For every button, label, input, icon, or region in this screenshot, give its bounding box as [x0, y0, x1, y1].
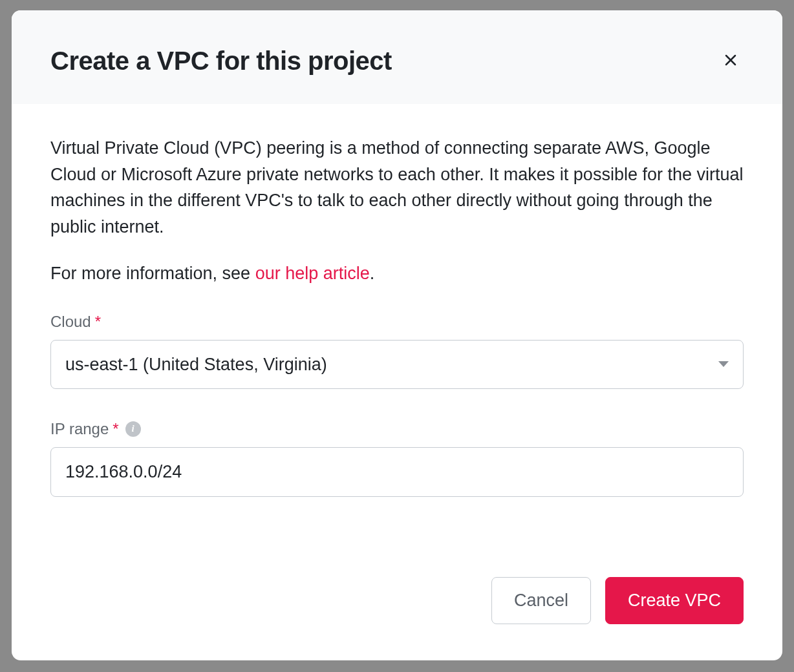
cloud-label: Cloud*	[50, 313, 744, 331]
ip-range-input[interactable]	[50, 447, 744, 497]
ip-range-label-text: IP range	[50, 420, 109, 438]
info-prefix: For more information, see	[50, 264, 255, 283]
required-asterisk: *	[113, 420, 118, 438]
close-icon	[723, 52, 738, 70]
required-asterisk: *	[95, 313, 101, 331]
modal-header: Create a VPC for this project	[12, 10, 782, 104]
close-button[interactable]	[718, 47, 744, 75]
cloud-select[interactable]: us-east-1 (United States, Virginia)	[50, 340, 744, 389]
ip-range-form-group: IP range* i	[50, 420, 744, 497]
help-article-link[interactable]: our help article	[255, 264, 370, 283]
cloud-form-group: Cloud* us-east-1 (United States, Virgini…	[50, 313, 744, 389]
cloud-select-wrapper: us-east-1 (United States, Virginia)	[50, 340, 744, 389]
ip-range-label: IP range* i	[50, 420, 744, 438]
info-icon[interactable]: i	[125, 421, 141, 437]
cancel-button[interactable]: Cancel	[491, 577, 591, 624]
create-vpc-modal: Create a VPC for this project Virtual Pr…	[12, 10, 782, 660]
create-vpc-button[interactable]: Create VPC	[605, 577, 744, 624]
vpc-description: Virtual Private Cloud (VPC) peering is a…	[50, 135, 744, 240]
modal-body: Virtual Private Cloud (VPC) peering is a…	[12, 104, 782, 558]
info-suffix: .	[370, 264, 375, 283]
cloud-label-text: Cloud	[50, 313, 91, 331]
info-line: For more information, see our help artic…	[50, 260, 744, 287]
modal-footer: Cancel Create VPC	[12, 558, 782, 660]
modal-title: Create a VPC for this project	[50, 47, 392, 76]
